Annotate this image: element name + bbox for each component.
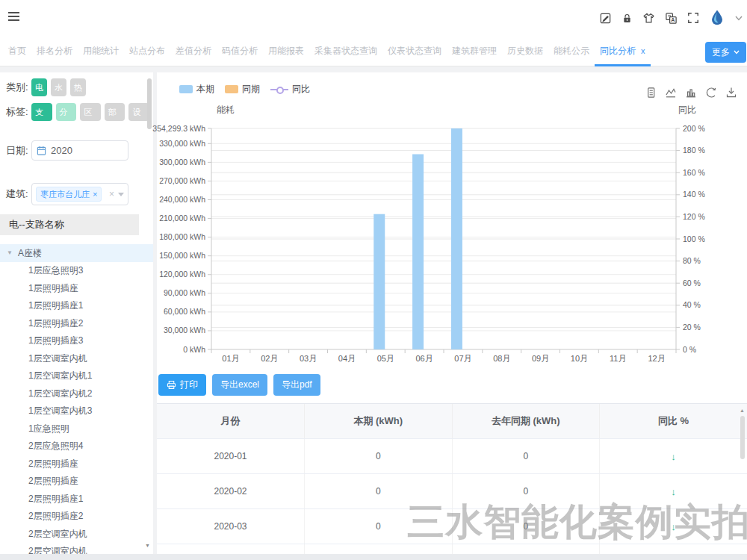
line-chart-icon[interactable] [665, 87, 677, 99]
tab-item[interactable]: 用能报表 [263, 37, 309, 66]
category-chip[interactable]: 电 [31, 78, 47, 96]
svg-text:12月: 12月 [648, 354, 665, 363]
svg-text:10月: 10月 [571, 354, 588, 363]
svg-text:240,000 kWh: 240,000 kWh [159, 195, 205, 204]
tree-group[interactable]: ▼A座楼 [0, 244, 153, 262]
hamburger-icon[interactable] [7, 11, 20, 25]
table-cell: 2020-04 [157, 544, 305, 556]
legend-item[interactable]: 本期 [179, 83, 214, 96]
table-row[interactable]: 2020-0400↓ [157, 544, 747, 556]
table-cell: ↓ [600, 544, 747, 556]
table-cell: 0 [452, 544, 600, 556]
lock-icon[interactable] [622, 12, 633, 25]
chevron-down-icon[interactable] [735, 16, 743, 21]
svg-text:300,000 kWh: 300,000 kWh [159, 158, 205, 167]
table-scrollbar[interactable] [740, 416, 745, 459]
tab-item[interactable]: 排名分析 [31, 37, 78, 66]
tab-item[interactable]: 能耗公示 [548, 37, 595, 66]
refresh-icon[interactable] [705, 87, 717, 99]
svg-text:20 %: 20 % [683, 323, 701, 332]
tree-item[interactable]: 1层照明插座 [0, 280, 153, 298]
tag-chip[interactable]: 区域 [80, 103, 101, 121]
sidebar-scrollbar[interactable] [147, 78, 152, 129]
tab-item[interactable]: 差值分析 [170, 37, 217, 66]
caret-down-icon[interactable]: ▼ [7, 244, 13, 262]
category-chip[interactable]: 水 [51, 78, 66, 96]
tab-label: 采集器状态查询 [314, 46, 377, 56]
svg-text:05月: 05月 [377, 354, 394, 363]
tree-item[interactable]: 2层照明插座 [0, 455, 153, 473]
trend-down-icon: ↓ [671, 451, 676, 462]
tab-label: 建筑群管理 [452, 46, 497, 56]
date-input[interactable]: 2020 [31, 140, 128, 161]
table-cell: 2020-01 [157, 439, 305, 474]
tree-item[interactable]: 1应急照明 [0, 420, 153, 438]
svg-text:11月: 11月 [610, 354, 626, 363]
download-icon[interactable] [725, 87, 737, 99]
bar-chart[interactable]: 0 kWh30,000 kWh60,000 kWh90,000 kWh120,0… [157, 102, 747, 373]
print-button[interactable]: 打印 [158, 374, 206, 396]
tree-item[interactable]: 2层空调室内机 [0, 543, 153, 554]
table-row[interactable]: 2020-0100↓ [157, 439, 747, 474]
legend-item[interactable]: 同期 [225, 83, 260, 96]
export-excel-button[interactable]: 导出excel [212, 374, 267, 396]
tag-chip[interactable]: 分项 [56, 103, 77, 121]
svg-text:0 kWh: 0 kWh [183, 345, 205, 354]
bar-chart-icon[interactable] [685, 87, 697, 99]
tree-item[interactable]: 1层照明插座3 [0, 332, 153, 350]
svg-text:能耗: 能耗 [217, 105, 235, 115]
tab-label: 同比分析 [600, 46, 636, 56]
table-row[interactable]: 2020-0300↓ [157, 509, 747, 544]
tag-chip[interactable]: 设备 [128, 103, 149, 121]
category-label: 类别: [6, 81, 31, 94]
building-tag-label: 枣庄市台儿庄 [40, 188, 90, 201]
tree-item[interactable]: 2层照明插座 [0, 473, 153, 491]
tree-item[interactable]: 1层空调室内机1 [0, 367, 153, 385]
svg-text:02月: 02月 [261, 354, 278, 363]
tree-item[interactable]: 2层应急照明4 [0, 438, 153, 455]
scroll-up-icon[interactable]: ▲ [740, 408, 745, 413]
data-view-icon[interactable] [645, 87, 657, 99]
scroll-down-icon[interactable]: ▼ [145, 543, 150, 548]
tree-item[interactable]: 1层照明插座2 [0, 315, 153, 333]
tree-item[interactable]: 2层空调室内机 [0, 526, 153, 544]
tab-item[interactable]: 采集器状态查询 [309, 37, 382, 66]
tab-label: 排名分析 [37, 46, 72, 56]
svg-text:354,299.3 kWh: 354,299.3 kWh [152, 124, 205, 133]
svg-text:90,000 kWh: 90,000 kWh [164, 288, 205, 297]
tab-item[interactable]: 仪表状态查询 [382, 37, 447, 66]
tab-item[interactable]: 建筑群管理 [447, 37, 502, 66]
clear-icon[interactable]: × [109, 189, 114, 199]
export-pdf-button[interactable]: 导出pdf [273, 374, 320, 396]
tag-chip[interactable]: 支路 [31, 103, 52, 121]
tag-chips: 支路分项区域部门设备 [31, 103, 153, 121]
tag-close-icon[interactable]: × [93, 188, 97, 201]
table-cell: 0 [305, 474, 453, 509]
tab-item[interactable]: 首页 [3, 37, 31, 66]
tree-item[interactable]: 2层照明插座2 [0, 508, 153, 526]
tab-item[interactable]: 码值分析 [217, 37, 263, 66]
theme-icon[interactable] [642, 12, 655, 25]
tag-chip[interactable]: 部门 [105, 103, 125, 121]
horizontal-scrollbar[interactable] [0, 554, 747, 560]
table-row[interactable]: 2020-0200↓ [157, 474, 747, 509]
tab-item[interactable]: 同比分析x [595, 37, 651, 66]
tab-item[interactable]: 历史数据 [502, 37, 548, 66]
translate-icon[interactable]: A [665, 12, 678, 25]
fullscreen-icon[interactable] [687, 12, 699, 24]
close-icon[interactable]: x [641, 46, 645, 55]
tree-item[interactable]: 1层应急照明3 [0, 262, 153, 280]
tree-item[interactable]: 1层空调室内机2 [0, 385, 153, 403]
category-chip[interactable]: 热 [70, 78, 86, 96]
tree-item[interactable]: 2层照明插座1 [0, 491, 153, 508]
tab-item[interactable]: 站点分布 [124, 37, 170, 66]
tab-item[interactable]: 用能统计 [78, 37, 124, 66]
tree-item[interactable]: 1层照明插座1 [0, 297, 153, 315]
more-button[interactable]: 更多 [705, 42, 746, 63]
building-select[interactable]: 枣庄市台儿庄 × × [31, 183, 128, 205]
svg-text:160 %: 160 % [683, 168, 705, 177]
tree-item[interactable]: 1层空调室内机 [0, 350, 153, 368]
edit-icon[interactable] [599, 12, 612, 25]
tree-item[interactable]: 1层空调室内机3 [0, 402, 153, 420]
legend-item[interactable]: 同比 [270, 83, 310, 96]
